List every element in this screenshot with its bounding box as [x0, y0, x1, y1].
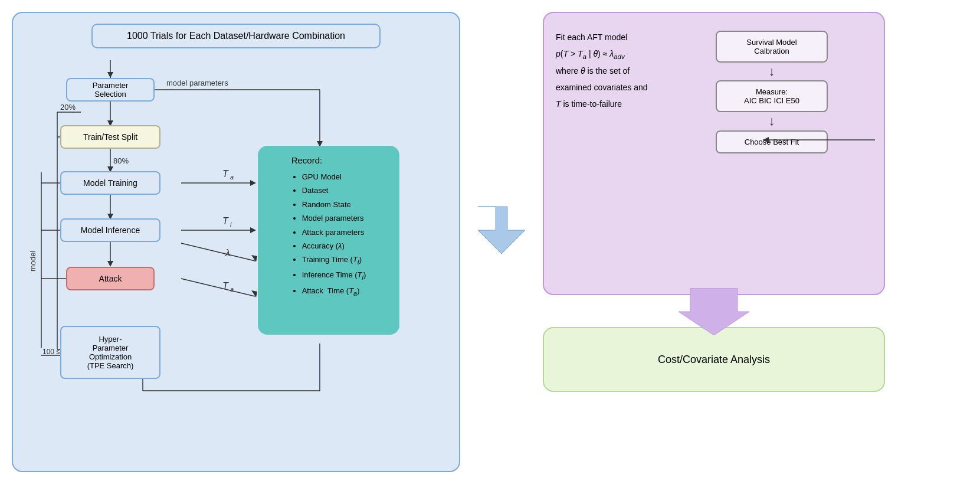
- svg-text:80%: 80%: [113, 156, 129, 165]
- big-arrow-container: [478, 12, 525, 472]
- model-training-node: Model Training: [60, 171, 160, 195]
- right-panel: Fit each AFT model p(T > Ta | θ) ≈ λadv …: [543, 12, 885, 472]
- record-item-attack-params: Attack parameters: [302, 225, 366, 239]
- record-item-attack-time: Attack Time (Ta): [302, 284, 366, 299]
- svg-marker-32: [251, 290, 257, 297]
- flow-wrapper: 20% 80% model: [25, 60, 455, 462]
- big-arrow-svg: [478, 195, 525, 289]
- measure-box: Measure:AIC BIC ICI E50: [716, 80, 828, 112]
- record-item-model-params: Model parameters: [302, 211, 366, 225]
- svg-marker-53: [763, 137, 769, 143]
- train-test-node: Train/Test Split: [60, 125, 160, 149]
- aft-text-block: Fit each AFT model p(T > Ta | θ) ≈ λadv …: [556, 25, 697, 282]
- arrow-down-1: ↓: [769, 64, 775, 79]
- svg-text:model: model: [28, 250, 37, 272]
- big-down-arrow-svg: [679, 288, 749, 335]
- covariate-analysis-label: Cost/Covariate Analysis: [658, 354, 770, 366]
- record-item-random: Random State: [302, 198, 366, 211]
- record-title: Record:: [291, 155, 366, 165]
- record-item-gpu: GPU Model: [302, 170, 366, 184]
- svg-text:model parameters: model parameters: [166, 79, 228, 87]
- svg-text:T: T: [222, 169, 229, 179]
- model-inference-node: Model Inference: [60, 218, 160, 242]
- main-container: 1000 Trials for Each Dataset/Hardware Co…: [0, 0, 980, 484]
- svg-text:λ: λ: [225, 248, 230, 258]
- hyper-param-node: Hyper-ParameterOptimization(TPE Search): [60, 326, 160, 379]
- svg-marker-28: [250, 227, 256, 233]
- record-box: Record: GPU Model Dataset Random State M…: [258, 146, 399, 335]
- svg-text:T: T: [222, 216, 229, 226]
- record-item-training-time: Training Time (Tt): [302, 253, 366, 268]
- svg-text:20%: 20%: [60, 103, 76, 112]
- attack-node: Attack: [66, 267, 155, 290]
- trials-label: 1000 Trials for Each Dataset/Hardware Co…: [127, 31, 345, 41]
- svg-text:T: T: [222, 281, 229, 291]
- svg-text:a: a: [230, 174, 234, 181]
- calibration-column: Survival ModelCalbration ↓ Measure:AIC B…: [707, 31, 837, 282]
- record-item-dataset: Dataset: [302, 184, 366, 197]
- svg-marker-30: [251, 255, 257, 262]
- best-fit-arrow: [757, 131, 875, 149]
- record-item-inference-time: Inference Time (Ti): [302, 268, 366, 283]
- survival-calibration-box: Survival ModelCalbration: [716, 31, 828, 63]
- right-bottom-panel: Cost/Covariate Analysis: [543, 327, 885, 392]
- svg-marker-54: [679, 288, 749, 335]
- svg-marker-1: [107, 72, 113, 78]
- arrow-down-2: ↓: [769, 113, 775, 129]
- right-top-panel: Fit each AFT model p(T > Ta | θ) ≈ λadv …: [543, 12, 885, 295]
- svg-text:a: a: [230, 286, 234, 293]
- record-item-accuracy: Accuracy (λ): [302, 239, 366, 253]
- svg-marker-51: [478, 207, 525, 254]
- svg-line-31: [181, 279, 255, 296]
- svg-text:i: i: [230, 221, 232, 228]
- svg-marker-26: [250, 180, 256, 186]
- trials-box: 1000 Trials for Each Dataset/Hardware Co…: [91, 24, 381, 48]
- svg-marker-13: [107, 261, 113, 267]
- left-panel: 1000 Trials for Each Dataset/Hardware Co…: [12, 12, 460, 472]
- param-selection-node: Parameter Selection: [66, 78, 155, 102]
- svg-line-29: [181, 243, 255, 261]
